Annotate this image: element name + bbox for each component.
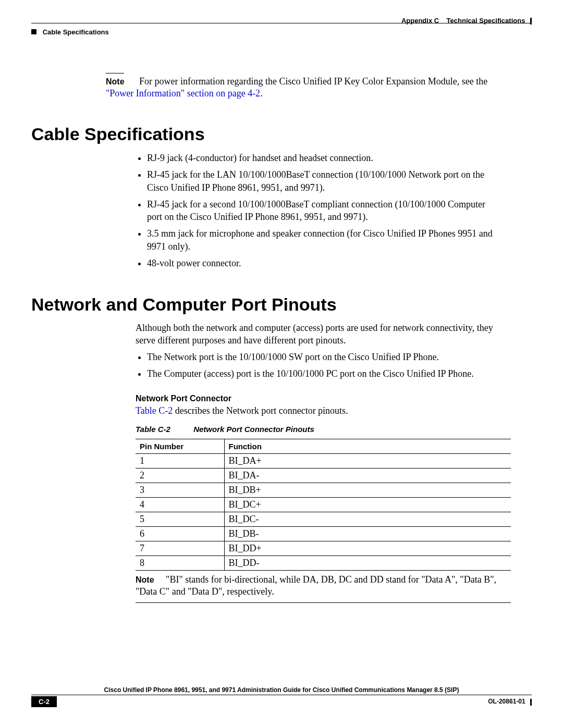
section-label: Cable Specifications [43,28,109,36]
cable-bullets: RJ-9 jack (4-conductor) for handset and … [136,152,500,269]
appendix-label: Appendix C [401,17,439,24]
table-desc-suffix: describes the Network port connector pin… [173,405,348,416]
list-item: The Network port is the 10/100/1000 SW p… [147,351,500,363]
table-row: 7BI_DD+ [136,541,511,556]
list-item: RJ-9 jack (4-conductor) for handset and … [147,152,500,164]
table-row: 1BI_DA+ [136,453,511,468]
table-row: 2BI_DA- [136,468,511,483]
header-title: Technical Specifications [447,17,525,24]
table-number: Table C-2 [136,425,170,434]
section-marker-icon [31,29,36,34]
page-footer: Cisco Unified IP Phone 8961, 9951, and 9… [31,686,532,707]
list-item: 48-volt power connector. [147,257,500,269]
table-ref-link[interactable]: Table C-2 [136,405,173,416]
pinout-table: Pin Number Function 1BI_DA+ 2BI_DA- 3BI_… [136,439,511,571]
note-block: Note For power information regarding the… [106,76,500,99]
table-row: 3BI_DB+ [136,483,511,497]
table-description: Table C-2 describes the Network port con… [136,405,500,416]
footer-separator-icon [530,699,532,706]
table-row: 5BI_DC- [136,512,511,526]
power-info-link[interactable]: "Power Information" section on page 4-2 [106,88,260,98]
list-item: 3.5 mm jack for microphone and speaker c… [147,227,500,253]
table-note-text: "BI" stands for bi-directional, while DA… [136,574,496,597]
table-row: 8BI_DD- [136,556,511,570]
list-item: RJ-45 jack for a second 10/100/1000BaseT… [147,198,500,224]
header-section: Cable Specifications [31,28,109,36]
header-appendix: Appendix C Technical Specifications [401,17,532,24]
table-row: 6BI_DB- [136,526,511,541]
list-item: RJ-45 jack for the LAN 10/100/1000BaseT … [147,168,500,194]
table-note: Note "BI" stands for bi-directional, whi… [136,574,511,603]
list-item: The Computer (access) port is the 10/100… [147,367,500,380]
table-note-label: Note [136,575,154,584]
th-pin: Pin Number [136,439,224,453]
pinouts-bullets: The Network port is the 10/100/1000 SW p… [136,351,500,380]
note-text-before: For power information regarding the Cisc… [139,76,487,87]
table-row: 4BI_DC+ [136,497,511,512]
page-number: C-2 [31,696,57,707]
table-caption-title: Network Port Connector Pinouts [193,425,314,434]
pinouts-intro: Although both the network and computer (… [136,322,500,347]
note-label: Note [106,77,125,86]
th-function: Function [224,439,511,453]
header-separator-icon [530,18,532,24]
footer-title: Cisco Unified IP Phone 8961, 9951, and 9… [31,686,532,695]
heading-cable-specs: Cable Specifications [31,124,532,144]
subhead-network-port: Network Port Connector [136,394,532,403]
table-caption: Table C-2 Network Port Connector Pinouts [136,425,532,434]
heading-pinouts: Network and Computer Port Pinouts [31,294,532,315]
footer-doc-id: OL-20861-01 [488,698,532,705]
note-trailing: . [260,88,263,98]
